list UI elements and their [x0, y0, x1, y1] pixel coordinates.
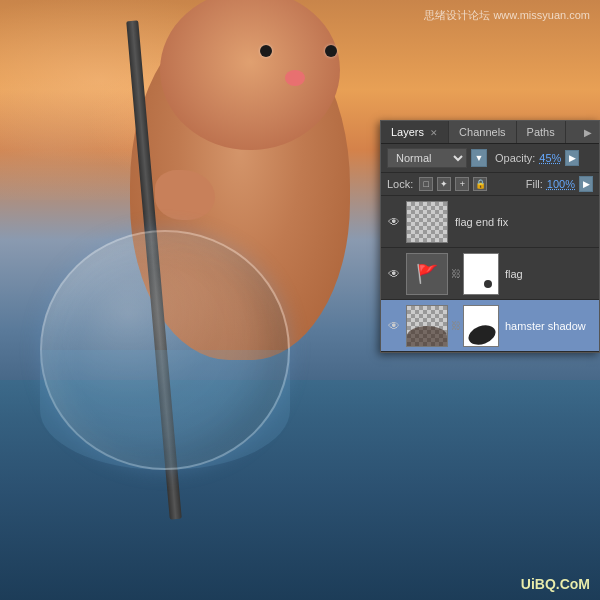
hamster-nose [285, 70, 305, 86]
layer-visibility-flag-end-fix[interactable]: 👁 [385, 213, 403, 231]
layer-thumbnail-flag-end-fix [406, 201, 448, 243]
lock-all-icon[interactable]: 🔒 [473, 177, 487, 191]
flag-thumb-bg: 🚩 [407, 254, 447, 294]
tab-layers-close[interactable]: ✕ [430, 128, 438, 138]
layer-thumbnail-flag: 🚩 [406, 253, 448, 295]
blend-mode-row: Normal ▼ Opacity: 45% ▶ [381, 144, 599, 173]
fill-label: Fill: [526, 178, 543, 190]
layer-row-flag-end-fix[interactable]: 👁 flag end fix [381, 196, 599, 248]
layer-row-flag[interactable]: 👁 🚩 ⛓ flag [381, 248, 599, 300]
lock-row: Lock: □ ✦ + 🔒 Fill: 100% ▶ [381, 173, 599, 196]
blend-mode-arrow[interactable]: ▼ [471, 149, 487, 167]
layer-visibility-hamster-shadow[interactable]: 👁 [385, 317, 403, 335]
layer-name-hamster-shadow: hamster shadow [501, 320, 595, 332]
fill-value[interactable]: 100% [547, 178, 575, 190]
opacity-value[interactable]: 45% [539, 152, 561, 164]
watermark-bottom: UiBQ.CoM [521, 576, 590, 592]
fill-arrow-icon: ▶ [583, 179, 590, 189]
mask-dot [484, 280, 492, 288]
layer-visibility-flag[interactable]: 👁 [385, 265, 403, 283]
layer-mask-flag [463, 253, 499, 295]
tab-layers-label: Layers [391, 126, 424, 138]
opacity-label: Opacity: [495, 152, 535, 164]
tab-channels[interactable]: Channels [449, 121, 516, 143]
lock-pixels-icon[interactable]: ✦ [437, 177, 451, 191]
lock-transparent-icon[interactable]: □ [419, 177, 433, 191]
opacity-arrow-icon: ▶ [569, 153, 576, 163]
hamster-paws [155, 170, 215, 220]
tab-channels-label: Channels [459, 126, 505, 138]
blend-arrow-icon: ▼ [475, 153, 484, 163]
lock-position-icon[interactable]: + [455, 177, 469, 191]
layer-name-flag-end-fix: flag end fix [451, 216, 595, 228]
opacity-arrow[interactable]: ▶ [565, 150, 579, 166]
fill-arrow[interactable]: ▶ [579, 176, 593, 192]
hamster-eye-left [260, 45, 272, 57]
layer-name-flag: flag [501, 268, 595, 280]
tab-layers[interactable]: Layers ✕ [381, 121, 449, 143]
panel-tabs: Layers ✕ Channels Paths ▶ [381, 121, 599, 144]
hamster-thumb-shape [407, 326, 447, 346]
blend-mode-select[interactable]: Normal [387, 148, 467, 168]
tab-paths-label: Paths [527, 126, 555, 138]
lock-label: Lock: [387, 178, 413, 190]
layer-link-hamster-shadow[interactable]: ⛓ [451, 321, 461, 331]
panel-tabs-right: ▶ [581, 126, 599, 138]
layer-thumbnail-hamster-shadow [406, 305, 448, 347]
layer-row-hamster-shadow[interactable]: 👁 ⛓ hamster shadow [381, 300, 599, 352]
mask-hamster-shadow-content [464, 306, 498, 346]
tab-paths[interactable]: Paths [517, 121, 566, 143]
flag-icon: 🚩 [416, 263, 438, 285]
layer-mask-hamster-shadow [463, 305, 499, 347]
layer-link-flag[interactable]: ⛓ [451, 269, 461, 279]
fishbowl-water [40, 350, 290, 470]
hamster-eye-right [325, 45, 337, 57]
layers-panel: Layers ✕ Channels Paths ▶ Normal ▼ Opaci… [380, 120, 600, 353]
watermark-top: 思绪设计论坛 www.missyuan.com [424, 8, 590, 23]
panel-menu-button[interactable]: ▶ [581, 126, 595, 138]
shadow-shape [466, 321, 498, 345]
